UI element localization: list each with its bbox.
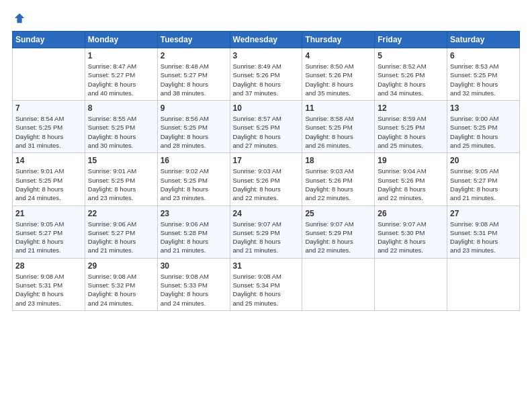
header-cell-tuesday: Tuesday	[157, 32, 230, 48]
day-cell: 31Sunrise: 9:08 AM Sunset: 5:34 PM Dayli…	[230, 258, 302, 310]
day-info: Sunrise: 9:04 AM Sunset: 5:26 PM Dayligh…	[378, 167, 444, 202]
day-number: 21	[15, 209, 82, 218]
day-info: Sunrise: 8:56 AM Sunset: 5:25 PM Dayligh…	[161, 114, 227, 150]
day-info: Sunrise: 8:54 AM Sunset: 5:25 PM Dayligh…	[15, 114, 82, 150]
day-number: 20	[450, 156, 517, 165]
day-info: Sunrise: 8:50 AM Sunset: 5:26 PM Dayligh…	[305, 62, 371, 97]
day-cell: 14Sunrise: 9:01 AM Sunset: 5:25 PM Dayli…	[13, 153, 85, 205]
header-cell-saturday: Saturday	[447, 32, 520, 48]
day-info: Sunrise: 8:58 AM Sunset: 5:25 PM Dayligh…	[305, 114, 371, 150]
day-number: 23	[161, 209, 227, 218]
day-number: 9	[161, 103, 227, 113]
day-info: Sunrise: 8:49 AM Sunset: 5:26 PM Dayligh…	[233, 62, 300, 97]
day-number: 2	[161, 51, 227, 60]
day-info: Sunrise: 9:08 AM Sunset: 5:32 PM Dayligh…	[88, 272, 154, 308]
header	[12, 12, 520, 24]
day-number: 16	[161, 156, 227, 165]
day-cell: 19Sunrise: 9:04 AM Sunset: 5:26 PM Dayli…	[375, 153, 447, 205]
header-cell-friday: Friday	[375, 32, 447, 48]
day-cell: 7Sunrise: 8:54 AM Sunset: 5:25 PM Daylig…	[13, 101, 85, 153]
day-number: 14	[15, 156, 82, 165]
day-cell	[13, 48, 85, 101]
day-cell: 2Sunrise: 8:48 AM Sunset: 5:27 PM Daylig…	[157, 48, 230, 101]
day-info: Sunrise: 8:48 AM Sunset: 5:27 PM Dayligh…	[161, 62, 227, 97]
header-cell-monday: Monday	[85, 32, 157, 48]
day-cell: 25Sunrise: 9:07 AM Sunset: 5:29 PM Dayli…	[302, 205, 375, 258]
day-number: 15	[88, 156, 154, 165]
day-cell: 24Sunrise: 9:07 AM Sunset: 5:29 PM Dayli…	[230, 205, 302, 258]
day-number: 7	[15, 103, 82, 113]
week-row-2: 7Sunrise: 8:54 AM Sunset: 5:25 PM Daylig…	[13, 101, 520, 153]
day-info: Sunrise: 8:52 AM Sunset: 5:26 PM Dayligh…	[378, 62, 444, 97]
header-cell-thursday: Thursday	[302, 32, 375, 48]
day-info: Sunrise: 9:05 AM Sunset: 5:27 PM Dayligh…	[450, 167, 517, 202]
day-cell: 29Sunrise: 9:08 AM Sunset: 5:32 PM Dayli…	[85, 258, 157, 310]
day-number: 22	[88, 209, 154, 218]
day-cell: 17Sunrise: 9:03 AM Sunset: 5:26 PM Dayli…	[230, 153, 302, 205]
day-info: Sunrise: 8:55 AM Sunset: 5:25 PM Dayligh…	[88, 114, 154, 150]
day-cell: 27Sunrise: 9:08 AM Sunset: 5:31 PM Dayli…	[447, 205, 520, 258]
day-info: Sunrise: 9:03 AM Sunset: 5:26 PM Dayligh…	[305, 167, 371, 202]
day-info: Sunrise: 9:07 AM Sunset: 5:29 PM Dayligh…	[233, 220, 300, 255]
day-cell: 4Sunrise: 8:50 AM Sunset: 5:26 PM Daylig…	[302, 48, 375, 101]
day-cell: 26Sunrise: 9:07 AM Sunset: 5:30 PM Dayli…	[375, 205, 447, 258]
logo	[12, 12, 26, 24]
day-cell	[447, 258, 520, 310]
day-cell: 20Sunrise: 9:05 AM Sunset: 5:27 PM Dayli…	[447, 153, 520, 205]
day-info: Sunrise: 9:08 AM Sunset: 5:31 PM Dayligh…	[15, 272, 82, 308]
day-info: Sunrise: 9:08 AM Sunset: 5:31 PM Dayligh…	[450, 220, 517, 255]
header-row: SundayMondayTuesdayWednesdayThursdayFrid…	[13, 32, 520, 48]
day-info: Sunrise: 8:59 AM Sunset: 5:25 PM Dayligh…	[378, 114, 444, 150]
week-row-4: 21Sunrise: 9:05 AM Sunset: 5:27 PM Dayli…	[13, 205, 520, 258]
day-cell	[375, 258, 447, 310]
day-cell: 8Sunrise: 8:55 AM Sunset: 5:25 PM Daylig…	[85, 101, 157, 153]
day-cell: 13Sunrise: 9:00 AM Sunset: 5:25 PM Dayli…	[447, 101, 520, 153]
day-number: 17	[233, 156, 300, 165]
day-cell: 11Sunrise: 8:58 AM Sunset: 5:25 PM Dayli…	[302, 101, 375, 153]
day-number: 6	[450, 51, 517, 60]
day-number: 24	[233, 209, 300, 218]
day-number: 30	[161, 261, 227, 271]
day-number: 27	[450, 209, 517, 218]
day-cell: 21Sunrise: 9:05 AM Sunset: 5:27 PM Dayli…	[13, 205, 85, 258]
header-cell-wednesday: Wednesday	[230, 32, 302, 48]
day-info: Sunrise: 9:06 AM Sunset: 5:28 PM Dayligh…	[161, 220, 227, 255]
week-row-3: 14Sunrise: 9:01 AM Sunset: 5:25 PM Dayli…	[13, 153, 520, 205]
day-info: Sunrise: 9:06 AM Sunset: 5:27 PM Dayligh…	[88, 220, 154, 255]
day-info: Sunrise: 9:07 AM Sunset: 5:30 PM Dayligh…	[378, 220, 444, 255]
day-info: Sunrise: 9:08 AM Sunset: 5:34 PM Dayligh…	[233, 272, 300, 308]
day-number: 10	[233, 103, 300, 113]
day-cell: 15Sunrise: 9:01 AM Sunset: 5:25 PM Dayli…	[85, 153, 157, 205]
day-number: 25	[305, 209, 371, 218]
day-cell: 10Sunrise: 8:57 AM Sunset: 5:25 PM Dayli…	[230, 101, 302, 153]
day-number: 5	[378, 51, 444, 60]
day-info: Sunrise: 9:07 AM Sunset: 5:29 PM Dayligh…	[305, 220, 371, 255]
logo-icon	[13, 12, 26, 24]
day-number: 11	[305, 103, 371, 113]
day-number: 1	[88, 51, 154, 60]
day-number: 31	[233, 261, 300, 271]
day-info: Sunrise: 9:01 AM Sunset: 5:25 PM Dayligh…	[88, 167, 154, 202]
day-info: Sunrise: 9:08 AM Sunset: 5:33 PM Dayligh…	[161, 272, 227, 308]
day-info: Sunrise: 8:47 AM Sunset: 5:27 PM Dayligh…	[88, 62, 154, 97]
day-cell: 16Sunrise: 9:02 AM Sunset: 5:25 PM Dayli…	[157, 153, 230, 205]
day-info: Sunrise: 9:03 AM Sunset: 5:26 PM Dayligh…	[233, 167, 300, 202]
day-cell: 3Sunrise: 8:49 AM Sunset: 5:26 PM Daylig…	[230, 48, 302, 101]
day-number: 26	[378, 209, 444, 218]
day-number: 19	[378, 156, 444, 165]
week-row-5: 28Sunrise: 9:08 AM Sunset: 5:31 PM Dayli…	[13, 258, 520, 310]
day-number: 4	[305, 51, 371, 60]
day-cell: 6Sunrise: 8:53 AM Sunset: 5:25 PM Daylig…	[447, 48, 520, 101]
day-cell	[302, 258, 375, 310]
day-info: Sunrise: 8:57 AM Sunset: 5:25 PM Dayligh…	[233, 114, 300, 150]
day-cell: 5Sunrise: 8:52 AM Sunset: 5:26 PM Daylig…	[375, 48, 447, 101]
day-number: 18	[305, 156, 371, 165]
day-cell: 1Sunrise: 8:47 AM Sunset: 5:27 PM Daylig…	[85, 48, 157, 101]
day-number: 12	[378, 103, 444, 113]
page: SundayMondayTuesdayWednesdayThursdayFrid…	[0, 0, 532, 411]
day-number: 28	[15, 261, 82, 271]
calendar-table: SundayMondayTuesdayWednesdayThursdayFrid…	[12, 31, 520, 311]
day-cell: 28Sunrise: 9:08 AM Sunset: 5:31 PM Dayli…	[13, 258, 85, 310]
day-number: 3	[233, 51, 300, 60]
day-cell: 23Sunrise: 9:06 AM Sunset: 5:28 PM Dayli…	[157, 205, 230, 258]
